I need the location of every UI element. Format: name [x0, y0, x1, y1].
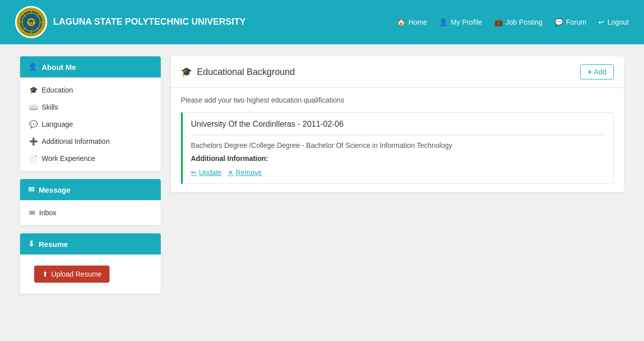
qualification-info-text: Please add your two highest education qu…	[181, 96, 614, 104]
grad-cap-title-icon: 🎓	[181, 66, 192, 77]
sidebar-message-section: ✉ Message ✉ Inbox	[20, 179, 161, 225]
file-doc-icon: 📄	[29, 154, 38, 162]
upload-btn-icon: ⬆	[42, 270, 48, 278]
nav-job-posting[interactable]: 💼 Job Posting	[494, 18, 543, 26]
university-name-text: LAGUNA STATE POLYTECHNIC UNIVERSITY	[53, 16, 246, 28]
add-education-button[interactable]: + Add	[580, 64, 614, 79]
education-card: 🎓 Educational Background + Add Please ad…	[171, 56, 624, 192]
download-icon: ⬇	[28, 239, 35, 248]
nav-home[interactable]: 🏠 Home	[397, 18, 427, 26]
sidebar-message-header: ✉ Message	[20, 179, 161, 200]
university-name: University Of the Cordinlleras - 2011-02…	[191, 120, 605, 135]
update-education-link[interactable]: ✏ Update	[191, 168, 222, 177]
user-icon: 👤	[439, 18, 448, 26]
home-icon: 🏠	[397, 18, 405, 26]
education-actions: ✏ Update ✕ Remove	[191, 168, 605, 177]
content-card-header: 🎓 Educational Background + Add	[171, 56, 624, 88]
sidebar-item-additional-info[interactable]: ➕ Additional Information	[20, 133, 161, 150]
graduation-cap-icon: 🎓	[29, 86, 38, 94]
sidebar-resume-header: ⬇ Resume	[20, 233, 161, 254]
section-title: 🎓 Educational Background	[181, 66, 295, 77]
main-content: 🎓 Educational Background + Add Please ad…	[171, 56, 624, 294]
main-container: 👤 About Me 🎓 Education 📖 Skills 💬 Langua…	[0, 44, 644, 306]
about-me-menu: 🎓 Education 📖 Skills 💬 Language ➕ Additi…	[20, 77, 161, 171]
sidebar-item-inbox[interactable]: ✉ Inbox	[20, 204, 161, 221]
sidebar-about-me-header: 👤 About Me	[20, 56, 161, 77]
plus-circle-icon: ➕	[29, 137, 38, 145]
sidebar-item-skills[interactable]: 📖 Skills	[20, 99, 161, 116]
education-entry: University Of the Cordinlleras - 2011-02…	[181, 112, 614, 184]
speech-bubble-icon: 💬	[29, 120, 38, 128]
envelope-icon: ✉	[29, 209, 35, 217]
sidebar: 👤 About Me 🎓 Education 📖 Skills 💬 Langua…	[20, 56, 161, 294]
university-logo: LSPU	[15, 6, 47, 38]
nav-logout[interactable]: ↩ Logout	[598, 18, 629, 26]
header-brand: LSPU LAGUNA STATE POLYTECHNIC UNIVERSITY	[15, 6, 246, 38]
sidebar-resume-section: ⬇ Resume ⬆ Upload Resume	[20, 233, 161, 294]
remove-education-link[interactable]: ✕ Remove	[228, 168, 262, 177]
additional-info-label: Additional Information:	[191, 154, 605, 162]
envelope-header-icon: ✉	[28, 185, 35, 194]
content-body: Please add your two highest education qu…	[171, 88, 624, 192]
site-header: LSPU LAGUNA STATE POLYTECHNIC UNIVERSITY…	[0, 0, 644, 44]
sidebar-about-me-section: 👤 About Me 🎓 Education 📖 Skills 💬 Langua…	[20, 56, 161, 171]
nav-forum[interactable]: 💬 Forum	[555, 18, 586, 26]
degree-info: Bachelors Degree /College Degree - Bache…	[191, 141, 605, 149]
main-navigation: 🏠 Home 👤 My Profile 💼 Job Posting 💬 Foru…	[397, 18, 629, 26]
briefcase-icon: 💼	[494, 18, 503, 26]
sidebar-item-education[interactable]: 🎓 Education	[20, 81, 161, 99]
message-menu: ✉ Inbox	[20, 200, 161, 225]
nav-my-profile[interactable]: 👤 My Profile	[439, 18, 482, 26]
comment-icon: 💬	[555, 18, 563, 26]
book-icon: 📖	[29, 103, 38, 111]
sidebar-item-language[interactable]: 💬 Language	[20, 116, 161, 133]
resume-actions: ⬆ Upload Resume	[20, 254, 161, 294]
logout-icon: ↩	[598, 18, 604, 26]
user-circle-icon: 👤	[28, 62, 38, 71]
times-remove-icon: ✕	[228, 168, 234, 177]
svg-text:LSPU: LSPU	[27, 22, 35, 25]
upload-resume-button[interactable]: ⬆ Upload Resume	[34, 266, 110, 283]
pencil-icon: ✏	[191, 168, 197, 177]
sidebar-item-work-experience[interactable]: 📄 Work Experience	[20, 150, 161, 167]
plus-add-icon: +	[588, 68, 592, 76]
